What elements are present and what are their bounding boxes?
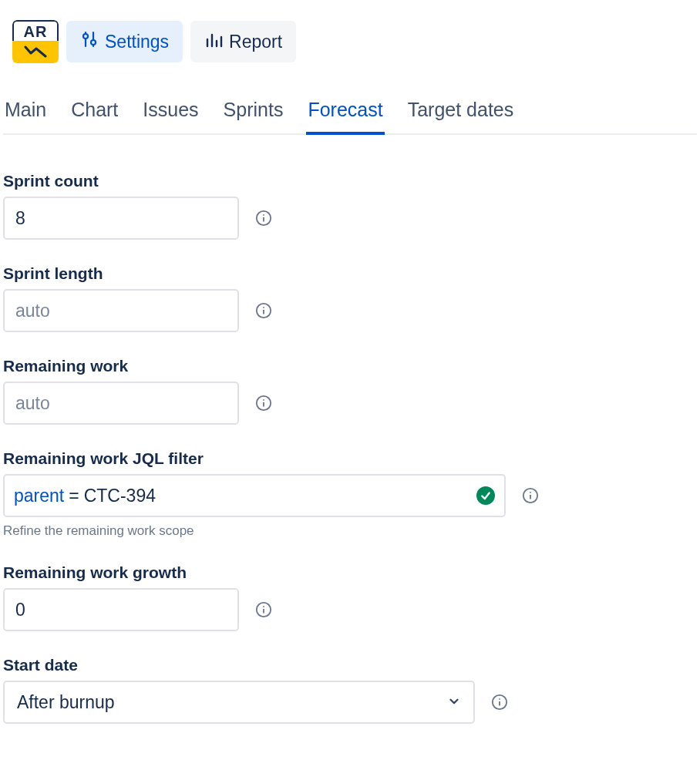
info-icon[interactable] [521, 486, 540, 505]
svg-point-16 [263, 399, 264, 401]
tab-issues[interactable]: Issues [141, 92, 200, 133]
info-icon[interactable] [254, 301, 273, 320]
remaining-work-label: Remaining work [3, 357, 697, 375]
tab-sprints[interactable]: Sprints [222, 92, 285, 133]
bar-chart-icon [204, 30, 223, 53]
tab-main[interactable]: Main [3, 92, 48, 133]
svg-point-25 [499, 698, 500, 700]
info-icon[interactable] [490, 693, 509, 711]
info-icon[interactable] [254, 394, 273, 412]
tab-target-dates[interactable]: Target dates [406, 92, 516, 133]
field-sprint-count: Sprint count [3, 172, 697, 240]
svg-point-13 [263, 307, 264, 308]
jql-value: CTC-394 [84, 486, 156, 506]
app-logo-icon [12, 41, 59, 63]
tab-forecast[interactable]: Forecast [306, 92, 384, 133]
settings-button[interactable]: Settings [66, 21, 183, 62]
chevron-down-icon [447, 692, 461, 713]
field-remaining-work: Remaining work [3, 357, 697, 425]
start-date-value: After burnup [17, 692, 115, 713]
app-logo: AR [12, 20, 59, 63]
toolbar: AR Settings Report [3, 12, 697, 71]
svg-point-19 [530, 492, 531, 493]
report-label: Report [229, 32, 282, 52]
svg-point-1 [83, 34, 88, 39]
info-icon[interactable] [254, 600, 273, 619]
sprint-count-input[interactable] [3, 197, 239, 240]
start-date-select[interactable]: After burnup [3, 681, 475, 724]
sprint-length-label: Sprint length [3, 264, 697, 283]
field-start-date: Start date After burnup [3, 656, 697, 724]
jql-helper-text: Refine the remaining work scope [3, 523, 697, 539]
svg-point-3 [91, 40, 96, 45]
settings-icon [80, 30, 99, 53]
tab-chart[interactable]: Chart [69, 92, 119, 133]
jql-filter-input[interactable]: parent = CTC-394 [3, 474, 506, 517]
start-date-label: Start date [3, 656, 697, 674]
svg-point-10 [263, 214, 264, 216]
app-logo-text: AR [12, 20, 59, 41]
check-circle-icon [476, 486, 495, 505]
settings-label: Settings [105, 32, 169, 52]
field-sprint-length: Sprint length [3, 264, 697, 332]
jql-eq: = [69, 486, 79, 506]
jql-key: parent [14, 486, 64, 506]
growth-input[interactable] [3, 588, 239, 631]
sprint-length-input[interactable] [3, 289, 239, 332]
remaining-work-input[interactable] [3, 382, 239, 425]
sprint-count-label: Sprint count [3, 172, 697, 190]
field-jql-filter: Remaining work JQL filter parent = CTC-3… [3, 449, 697, 539]
report-button[interactable]: Report [190, 21, 296, 62]
info-icon[interactable] [254, 209, 273, 227]
growth-label: Remaining work growth [3, 563, 697, 582]
svg-point-22 [263, 606, 264, 607]
tab-bar: Main Chart Issues Sprints Forecast Targe… [3, 92, 697, 135]
field-remaining-work-growth: Remaining work growth [3, 563, 697, 631]
forecast-form: Sprint count Sprint length Remaining wor… [3, 172, 697, 724]
jql-filter-label: Remaining work JQL filter [3, 449, 697, 468]
